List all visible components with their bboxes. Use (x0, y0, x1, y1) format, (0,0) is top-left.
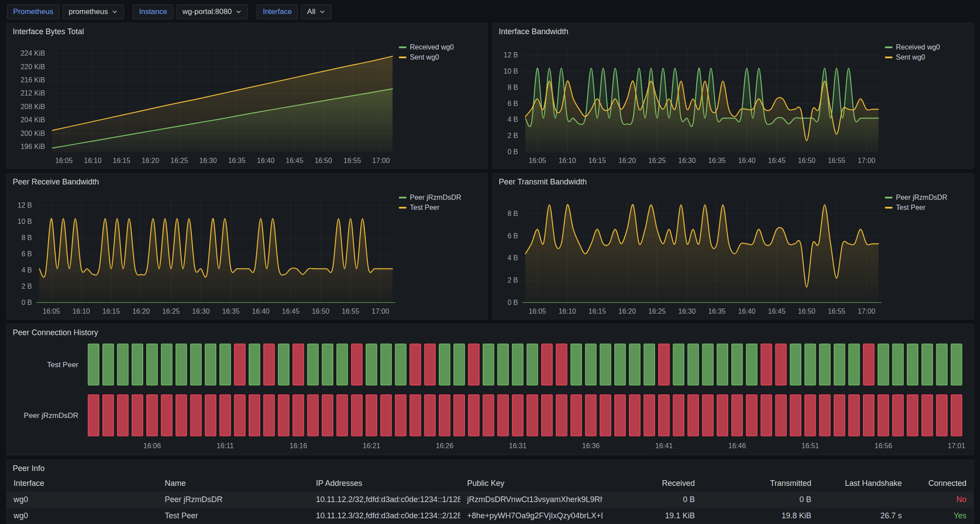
svg-text:16:50: 16:50 (312, 308, 329, 315)
svg-text:2 B: 2 B (508, 132, 518, 139)
time-series-chart[interactable]: 12 B10 B8 B6 B4 B2 B0 B16:0516:1016:1516… (495, 39, 884, 167)
legend-series-color (399, 57, 406, 58)
svg-text:16:45: 16:45 (282, 308, 300, 315)
svg-text:16:10: 16:10 (558, 157, 576, 164)
panel-title-interface-bytes-total[interactable]: Interface Bytes Total (7, 23, 487, 38)
column-header-interface[interactable]: Interface (7, 475, 158, 492)
svg-text:16:10: 16:10 (72, 308, 90, 315)
panel-interface-bandwidth: Interface Bandwidth 12 B10 B8 B6 B4 B2 B… (492, 23, 974, 169)
state-timeline[interactable]: Test PeerPeer jRzmDsDR16:0616:1116:1616:… (9, 340, 970, 453)
legend-item[interactable]: Received wg0 (885, 44, 968, 51)
legend-series-label: Test Peer (896, 204, 926, 211)
var-datasource: Prometheus prometheus (7, 4, 124, 19)
panel-peer-receive-bandwidth: Peer Receive Bandwidth 12 B10 B8 B6 B4 B… (6, 173, 488, 319)
chart-legend: Received wg0Sent wg0 (398, 39, 484, 167)
legend-item[interactable]: Peer jRzmDsDR (885, 194, 968, 201)
legend-item[interactable]: Peer jRzmDsDR (399, 194, 482, 201)
svg-text:16:15: 16:15 (113, 157, 130, 164)
svg-text:Peer jRzmDsDR: Peer jRzmDsDR (24, 411, 78, 420)
svg-text:2 B: 2 B (508, 276, 518, 284)
svg-text:16:35: 16:35 (222, 308, 240, 315)
svg-text:4 B: 4 B (508, 254, 518, 262)
var-label-interface: Interface (257, 4, 298, 19)
chart-legend: Peer jRzmDsDRTest Peer (398, 189, 484, 318)
time-series-chart[interactable]: 12 B10 B8 B6 B4 B2 B0 B16:0516:1016:1516… (9, 189, 398, 318)
svg-text:16:25: 16:25 (162, 308, 180, 315)
panel-title-text: Peer Transmit Bandwidth (499, 177, 967, 187)
time-series-chart[interactable]: 8 B6 B4 B2 B0 B16:0516:1016:1516:2016:25… (495, 189, 884, 318)
legend-item[interactable]: Sent wg0 (885, 54, 968, 61)
panel-title-peer-transmit-bandwidth[interactable]: Peer Transmit Bandwidth (493, 173, 973, 188)
column-header-received[interactable]: Received (603, 475, 702, 492)
panel-title-peer-connection-history[interactable]: Peer Connection History (7, 324, 973, 339)
panel-title-peer-info[interactable]: Peer Info (7, 460, 973, 475)
panel-title-peer-receive-bandwidth[interactable]: Peer Receive Bandwidth (7, 173, 487, 188)
svg-text:16:55: 16:55 (343, 157, 361, 164)
var-interface: Interface All (257, 4, 331, 19)
interface-value: All (307, 7, 315, 16)
legend-series-color (885, 57, 892, 58)
svg-text:6 B: 6 B (21, 250, 32, 258)
column-header-public-key[interactable]: Public Key (460, 475, 603, 492)
chevron-down-icon (112, 9, 118, 15)
legend-series-color (399, 207, 406, 209)
svg-text:17:00: 17:00 (372, 308, 389, 315)
svg-text:220 KiB: 220 KiB (21, 63, 45, 70)
datasource-picker[interactable]: prometheus (63, 4, 124, 19)
interface-picker[interactable]: All (301, 4, 331, 19)
svg-text:16:05: 16:05 (42, 308, 60, 315)
panel-peer-info: Peer Info InterfaceNameIP AddressesPubli… (6, 460, 974, 524)
table-cell: Test Peer (158, 508, 309, 524)
svg-text:10 B: 10 B (18, 218, 32, 225)
chart-legend: Received wg0Sent wg0 (884, 39, 970, 167)
svg-text:16:20: 16:20 (141, 157, 159, 164)
legend-series-label: Peer jRzmDsDR (410, 194, 461, 201)
column-header-ip-addresses[interactable]: IP Addresses (309, 475, 460, 492)
svg-text:16:40: 16:40 (738, 308, 755, 315)
legend-series-label: Received wg0 (896, 44, 940, 51)
column-header-last-handshake[interactable]: Last Handshake (818, 475, 909, 492)
legend-series-color (885, 46, 892, 48)
chart-legend: Peer jRzmDsDRTest Peer (884, 189, 970, 318)
svg-text:12 B: 12 B (18, 202, 32, 209)
var-instance: Instance wg-portal:8080 (133, 4, 248, 19)
legend-series-label: Peer jRzmDsDR (896, 194, 947, 201)
svg-text:16:10: 16:10 (558, 308, 576, 315)
svg-text:17:00: 17:00 (372, 157, 390, 164)
svg-text:16:45: 16:45 (768, 157, 786, 164)
svg-text:16:10: 16:10 (84, 157, 102, 164)
svg-text:16:30: 16:30 (192, 308, 210, 315)
table-cell: 26.7 s (818, 508, 909, 524)
svg-text:Test Peer: Test Peer (47, 361, 78, 369)
legend-series-color (399, 197, 406, 198)
panel-interface-bytes-total: Interface Bytes Total 224 KiB220 KiB216 … (6, 23, 488, 169)
svg-text:16:40: 16:40 (738, 157, 755, 164)
time-series-chart[interactable]: 224 KiB220 KiB216 KiB212 KiB208 KiB204 K… (9, 39, 398, 167)
svg-text:16:55: 16:55 (828, 157, 845, 164)
svg-text:16:20: 16:20 (132, 308, 150, 315)
svg-text:16:30: 16:30 (199, 157, 217, 164)
svg-text:16:20: 16:20 (618, 308, 636, 315)
panel-peer-connection-history: Peer Connection History Test PeerPeer jR… (6, 324, 974, 455)
panel-title-interface-bandwidth[interactable]: Interface Bandwidth (493, 23, 973, 38)
svg-text:200 KiB: 200 KiB (21, 129, 45, 137)
legend-item[interactable]: Test Peer (885, 204, 968, 211)
svg-text:16:06: 16:06 (143, 442, 161, 450)
legend-item[interactable]: Received wg0 (399, 44, 482, 51)
instance-picker[interactable]: wg-portal:8080 (176, 4, 248, 19)
svg-text:17:00: 17:00 (858, 308, 875, 315)
column-header-transmitted[interactable]: Transmitted (702, 475, 818, 492)
svg-text:6 B: 6 B (508, 99, 518, 107)
svg-text:17:00: 17:00 (858, 157, 875, 164)
legend-item[interactable]: Sent wg0 (399, 54, 482, 61)
table-cell: 19.8 KiB (702, 508, 818, 524)
svg-text:16:41: 16:41 (655, 442, 673, 450)
legend-item[interactable]: Test Peer (399, 204, 482, 211)
var-label-instance: Instance (133, 4, 173, 19)
column-header-name[interactable]: Name (158, 475, 309, 492)
svg-text:16:50: 16:50 (314, 157, 332, 164)
peer-info-table: InterfaceNameIP AddressesPublic KeyRecei… (7, 475, 973, 524)
svg-text:16:56: 16:56 (874, 442, 892, 450)
svg-text:16:35: 16:35 (708, 308, 726, 315)
column-header-connected[interactable]: Connected (909, 475, 973, 492)
